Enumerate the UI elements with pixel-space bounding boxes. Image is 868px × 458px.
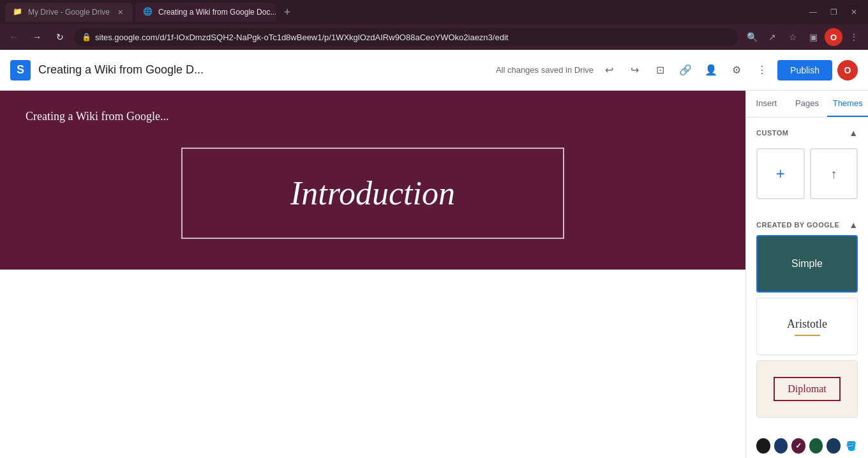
add-theme-card[interactable]: + [756,148,805,199]
intro-box[interactable]: Introduction [181,148,564,239]
sidebar-toggle-icon[interactable]: ▣ [804,28,822,46]
preview-button[interactable]: ⊡ [650,60,670,80]
document-title: Creating a Wiki from Google D... [38,63,204,77]
add-person-button[interactable]: 👤 [701,60,721,80]
url-text: sites.google.com/d/1f-IOxDmzdSQH2-NaPgk-… [95,33,508,42]
tab-insert[interactable]: Insert [746,91,787,117]
custom-label: CUSTOM [756,129,788,137]
tab-bar: 📁 My Drive - Google Drive ✕ 🌐 Creating a… [0,0,868,24]
site-header-title: Creating a Wiki from Google... [26,110,720,123]
tab-drive-close[interactable]: ✕ [115,7,125,17]
browser-toolbar-icons: 🔍 ↗ ☆ ▣ O ⋮ [743,28,863,46]
custom-section-header: CUSTOM ▲ [746,123,868,143]
url-bar[interactable]: 🔒 sites.google.com/d/1f-IOxDmzdSQH2-NaPg… [74,28,738,46]
aristotle-theme-name: Aristotle [787,317,827,331]
back-button[interactable]: ← [5,28,23,46]
tab-drive[interactable]: 📁 My Drive - Google Drive ✕ [5,3,133,22]
swatch-navy[interactable] [774,438,788,454]
google-section-label: CREATED BY GOOGLE [756,221,839,229]
close-button[interactable]: ✕ [845,3,863,21]
main-layout: Creating a Wiki from Google... Introduct… [0,91,868,458]
google-section-header: CREATED BY GOOGLE ▲ [746,215,868,235]
tab-pages[interactable]: Pages [787,91,828,117]
swatch-blue[interactable] [827,438,841,454]
google-collapse-icon[interactable]: ▲ [849,220,858,230]
diplomat-theme-name: Diplomat [788,383,826,394]
user-avatar[interactable]: O [837,60,858,80]
intro-text: Introduction [290,175,455,211]
diplomat-box: Diplomat [774,377,840,401]
more-options-icon[interactable]: ⋮ [845,28,863,46]
swatch-black[interactable] [756,438,770,454]
upload-theme-card[interactable]: ↑ [810,148,858,199]
site-header: Creating a Wiki from Google... Introduct… [0,91,745,270]
custom-theme-grid: + ↑ [746,143,868,204]
site-content [0,270,745,458]
aristotle-underline [795,335,820,336]
aristotle-theme-card[interactable]: Aristotle [756,298,858,355]
browser-profile-button[interactable]: O [825,28,842,46]
add-theme-icon: + [776,165,785,183]
canvas-area: Creating a Wiki from Google... Introduct… [0,91,745,458]
right-panel: Insert Pages Themes CUSTOM ▲ + ↑ CREATED [745,91,868,458]
custom-collapse-icon[interactable]: ▲ [849,128,858,138]
panel-tabs: Insert Pages Themes [746,91,868,118]
redo-button[interactable]: ↪ [624,60,645,80]
share-icon[interactable]: ↗ [763,28,781,46]
swatch-maroon[interactable] [791,438,805,454]
tab-drive-label: My Drive - Google Drive [28,8,110,17]
tab-sites[interactable]: 🌐 Creating a Wiki from Google Doc... ✕ [135,3,276,22]
bookmark-icon[interactable]: ☆ [784,28,802,46]
settings-button[interactable]: ⚙ [726,60,747,80]
reload-button[interactable]: ↻ [51,28,69,46]
google-themes-section: CREATED BY GOOGLE ▲ Simple Aristotle Dip… [746,210,868,433]
paint-bucket-icon[interactable]: 🪣 [844,438,858,454]
more-button[interactable]: ⋮ [752,60,772,80]
new-tab-button[interactable]: + [278,3,296,21]
window-controls: — ❐ ✕ [804,3,863,21]
search-icon[interactable]: 🔍 [743,28,761,46]
google-theme-list: Simple Aristotle Diplomat [746,235,868,428]
publish-button[interactable]: Publish [777,60,832,80]
color-swatches: 🪣 [746,433,868,458]
simple-theme-name: Simple [791,258,823,270]
tab-sites-label: Creating a Wiki from Google Doc... [158,8,276,17]
swatch-green[interactable] [809,438,823,454]
link-button[interactable]: 🔗 [675,60,696,80]
header-right-controls: All changes saved in Drive ↩ ↪ ⊡ 🔗 👤 ⚙ ⋮… [496,60,858,80]
forward-button[interactable]: → [28,28,46,46]
undo-button[interactable]: ↩ [599,60,619,80]
app-header: S Creating a Wiki from Google D... All c… [0,50,868,91]
drive-favicon: 📁 [13,7,23,17]
address-bar: ← → ↻ 🔒 sites.google.com/d/1f-IOxDmzdSQH… [0,24,868,50]
upload-theme-icon: ↑ [830,167,837,181]
saved-status: All changes saved in Drive [496,65,594,75]
sites-favicon: 🌐 [143,7,153,17]
maximize-button[interactable]: ❐ [825,3,842,21]
minimize-button[interactable]: — [804,3,822,21]
lock-icon: 🔒 [82,33,91,42]
diplomat-theme-card[interactable]: Diplomat [756,360,858,418]
custom-section: CUSTOM ▲ + ↑ [746,118,868,210]
google-sites-logo: S [10,60,31,80]
tab-themes[interactable]: Themes [827,91,868,117]
simple-theme-card[interactable]: Simple [756,235,858,293]
